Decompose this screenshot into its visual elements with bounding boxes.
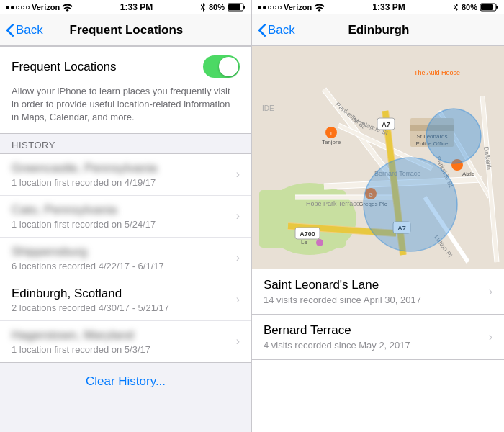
right-status-bar: Verizon 1:33 PM 80%	[252, 0, 504, 14]
history-item-3-content: Edinburgh, Scotland 2 locations recorded…	[12, 287, 232, 313]
right-time: 1:33 PM	[372, 2, 405, 12]
toggle-label: Frequent Locations	[12, 60, 117, 74]
history-item-4-content: Hagerstown, Maryland 1 location first re…	[12, 328, 232, 355]
location-item-0-subtitle: 14 visits recorded since April 30, 2017	[264, 294, 485, 305]
right-battery-area: 80%	[453, 3, 498, 12]
chevron-icon-3: ›	[236, 293, 240, 306]
right-signal-dot-3	[268, 6, 271, 9]
svg-point-55	[364, 158, 457, 251]
history-item-1-content: Cato, Pennsylvania 1 location first reco…	[12, 203, 232, 230]
right-signal-dots	[258, 6, 282, 9]
left-nav-title: Frequent Locations	[7, 23, 246, 37]
history-item-0-content: Greencastle, Pennsylvania 1 location fir…	[12, 161, 232, 188]
svg-text:Hope Park Terrace: Hope Park Terrace	[306, 200, 360, 207]
left-nav-bar: Back Frequent Locations	[0, 14, 251, 46]
left-battery-label: 80%	[209, 3, 225, 12]
history-section-header: HISTORY	[0, 134, 251, 153]
svg-text:T: T	[330, 131, 333, 136]
history-item-2-subtitle: 6 locations recorded 4/22/17 - 6/1/17	[12, 261, 232, 271]
svg-text:A7: A7	[382, 121, 390, 128]
signal-dot-5	[26, 6, 30, 9]
left-carrier-label: Verizon	[32, 3, 60, 12]
frequent-locations-toggle[interactable]	[203, 55, 240, 78]
svg-text:IDE: IDE	[262, 104, 274, 112]
location-item-1-subtitle: 4 visits recorded since May 2, 2017	[264, 340, 485, 351]
toggle-description: Allow your iPhone to learn places you fr…	[12, 85, 240, 125]
right-wifi-icon	[314, 4, 325, 12]
left-status-carrier-area: Verizon	[6, 3, 73, 12]
history-item-3[interactable]: Edinburgh, Scotland 2 locations recorded…	[0, 279, 251, 321]
location-chevron-0: ›	[489, 285, 492, 298]
left-battery-area: 80%	[200, 3, 246, 12]
location-item-0[interactable]: Saint Leonard's Lane 14 visits recorded …	[252, 269, 504, 315]
location-item-1[interactable]: Bernard Terrace 4 visits recorded since …	[252, 315, 504, 360]
history-item-2[interactable]: Shippensburg 6 locations recorded 4/22/1…	[0, 238, 251, 279]
map-container[interactable]: Rankeillor St Montague St Bernard Terrac…	[252, 46, 504, 269]
history-item-4-title: Hagerstown, Maryland	[12, 328, 232, 343]
signal-dot-1	[6, 6, 9, 9]
signal-dot-4	[21, 6, 24, 9]
history-item-4-subtitle: 1 location first recorded on 5/3/17	[12, 344, 232, 355]
right-signal-dot-2	[263, 6, 266, 9]
svg-text:Le: Le	[301, 239, 307, 246]
wifi-icon	[62, 4, 73, 12]
right-carrier-label: Verizon	[284, 3, 312, 12]
right-signal-dot-4	[273, 6, 276, 9]
signal-dot-3	[16, 6, 19, 9]
right-battery-label: 80%	[462, 3, 477, 12]
history-item-3-subtitle: 2 locations recorded 4/30/17 - 5/21/17	[12, 302, 232, 313]
svg-text:Aizle: Aizle	[462, 171, 475, 177]
history-item-2-content: Shippensburg 6 locations recorded 4/22/1…	[12, 245, 232, 271]
signal-dot-2	[11, 6, 14, 9]
location-list: Saint Leonard's Lane 14 visits recorded …	[252, 269, 504, 432]
map-svg: Rankeillor St Montague St Bernard Terrac…	[252, 46, 504, 269]
history-item-0-title: Greencastle, Pennsylvania	[12, 161, 232, 176]
left-panel: Verizon 1:33 PM 80% Back Frequent Locati…	[0, 0, 252, 432]
history-item-3-title: Edinburgh, Scotland	[12, 287, 232, 301]
bluetooth-icon	[200, 3, 206, 12]
history-item-4[interactable]: Hagerstown, Maryland 1 location first re…	[0, 321, 251, 362]
right-signal-dot-5	[278, 6, 282, 9]
location-item-0-title: Saint Leonard's Lane	[264, 278, 485, 292]
history-item-0-subtitle: 1 location first recorded on 4/19/17	[12, 177, 232, 188]
chevron-icon-0: ›	[236, 168, 240, 181]
svg-rect-4	[496, 6, 498, 9]
chevron-icon-4: ›	[236, 335, 240, 348]
location-chevron-1: ›	[489, 330, 492, 343]
svg-text:Tanjore: Tanjore	[322, 139, 341, 145]
toggle-knob	[219, 57, 238, 76]
location-item-1-title: Bernard Terrace	[264, 323, 485, 338]
history-item-1[interactable]: Cato, Pennsylvania 1 location first reco…	[0, 196, 251, 238]
history-item-1-subtitle: 1 location first recorded on 5/24/17	[12, 219, 232, 230]
toggle-row: Frequent Locations	[12, 55, 240, 78]
svg-text:A700: A700	[300, 230, 315, 238]
right-bluetooth-icon	[453, 3, 459, 12]
right-battery-icon	[480, 3, 498, 12]
history-list: Greencastle, Pennsylvania 1 location fir…	[0, 153, 251, 363]
svg-point-52	[316, 239, 323, 246]
right-nav-title: Edinburgh	[259, 23, 498, 37]
frequent-locations-section: Frequent Locations Allow your iPhone to …	[0, 46, 251, 134]
history-item-1-title: Cato, Pennsylvania	[12, 203, 232, 217]
right-panel: Verizon 1:33 PM 80% Back Edinburgh	[252, 0, 504, 432]
right-signal-dot-1	[258, 6, 261, 9]
left-status-bar: Verizon 1:33 PM 80%	[0, 0, 251, 14]
location-item-0-content: Saint Leonard's Lane 14 visits recorded …	[264, 278, 485, 305]
svg-point-56	[426, 109, 481, 163]
clear-history-button[interactable]: Clear History...	[0, 363, 251, 400]
svg-rect-5	[481, 4, 493, 10]
svg-rect-1	[243, 6, 245, 9]
history-item-0[interactable]: Greencastle, Pennsylvania 1 location fir…	[0, 154, 251, 196]
chevron-icon-2: ›	[236, 251, 240, 264]
right-nav-bar: Back Edinburgh	[252, 14, 504, 46]
battery-icon-left	[228, 3, 246, 12]
location-item-1-content: Bernard Terrace 4 visits recorded since …	[264, 323, 485, 351]
history-item-2-title: Shippensburg	[12, 245, 232, 259]
left-time: 1:33 PM	[120, 2, 153, 12]
right-status-carrier-area: Verizon	[258, 3, 325, 12]
svg-rect-2	[228, 4, 240, 10]
svg-text:The Auld Hoose: The Auld Hoose	[414, 69, 460, 76]
signal-dots	[6, 6, 30, 9]
chevron-icon-1: ›	[236, 210, 240, 222]
